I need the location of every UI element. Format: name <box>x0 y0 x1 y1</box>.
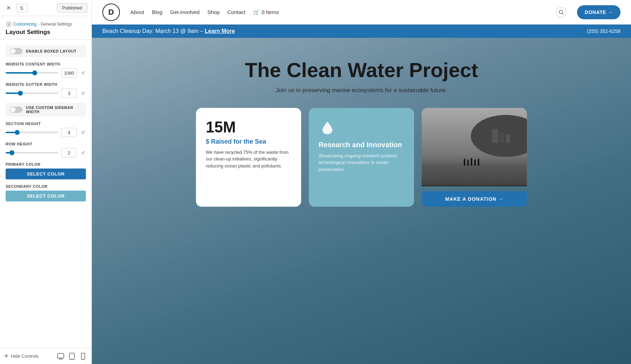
secondary-color-button[interactable]: Select Color <box>6 191 86 201</box>
custom-sidebar-label: Use Custom Sidebar Width <box>26 105 82 114</box>
svg-point-5 <box>72 358 72 359</box>
custom-sidebar-row: Use Custom Sidebar Width <box>6 103 86 117</box>
hero-title: The Clean Water Project <box>92 59 631 81</box>
section-height-section: Section Height 4 ↺ <box>6 122 86 137</box>
nav-links: About Blog Get-involved Shop Contact 🛒 0… <box>130 9 545 15</box>
content-width-row: 1080 ↺ <box>6 68 86 77</box>
nav-get-involved[interactable]: Get-involved <box>170 9 199 15</box>
gutter-width-value: 3 <box>61 89 77 98</box>
back-button[interactable]: ‹ <box>6 21 12 27</box>
announcement-phone: (255) 352-6258 <box>587 28 620 34</box>
gutter-width-label: Website Gutter Width <box>6 82 86 87</box>
svg-rect-19 <box>474 159 476 166</box>
search-button[interactable] <box>556 7 566 18</box>
breadcrumb: ‹ Customizing › General Settings <box>6 21 86 27</box>
svg-point-8 <box>559 10 563 14</box>
enable-boxed-row: Enable Boxed Layout <box>6 45 86 57</box>
enable-boxed-label: Enable Boxed Layout <box>26 49 76 53</box>
content-width-fill <box>6 72 35 74</box>
customizer-panel: ✕ ⇅ Published ‹ Customizing › General Se… <box>0 0 92 364</box>
cards-row: 15M $ Raised for the Sea We have recycle… <box>92 108 631 207</box>
announcement-bar: Beach Cleanup Day: March 13 @ 9am – Lear… <box>92 25 631 38</box>
svg-rect-15 <box>422 164 527 185</box>
card-image: MAKE A DONATION → <box>422 108 527 207</box>
section-title: Layout Settings <box>6 29 86 36</box>
svg-rect-14 <box>506 134 510 143</box>
section-height-reset[interactable]: ↺ <box>80 129 86 136</box>
card-stat-desc: We have recycled 75% of the waste from o… <box>206 149 291 170</box>
breadcrumb-section: General Settings <box>41 22 72 27</box>
hide-controls-label: Hide Controls <box>11 353 39 359</box>
gutter-width-reset[interactable]: ↺ <box>80 90 86 96</box>
enable-boxed-toggle[interactable] <box>10 48 22 54</box>
hero-section: The Clean Water Project Join us in prese… <box>92 38 631 364</box>
card-research: Research and Innovation Showcasing ongoi… <box>309 108 414 207</box>
make-donation-button[interactable]: MAKE A DONATION → <box>422 191 527 207</box>
gutter-width-thumb[interactable] <box>18 91 23 96</box>
cart-items-count: 0 Items <box>262 9 279 15</box>
svg-rect-20 <box>478 159 479 166</box>
row-height-reset[interactable]: ↺ <box>80 150 86 156</box>
row-height-value: 2 <box>61 148 77 157</box>
row-height-row: 2 ↺ <box>6 148 86 157</box>
content-width-track[interactable] <box>6 72 59 74</box>
nav-contact[interactable]: Contact <box>228 9 246 15</box>
view-icons <box>56 352 87 360</box>
svg-rect-0 <box>57 353 64 358</box>
svg-rect-16 <box>464 159 465 166</box>
tablet-view-icon[interactable] <box>68 352 76 360</box>
nav-cart[interactable]: 🛒 0 Items <box>253 9 279 15</box>
card-research-desc: Showcasing ongoing research projects, te… <box>319 152 404 173</box>
content-width-label: Website Content Width <box>6 62 86 66</box>
svg-rect-12 <box>492 129 498 143</box>
gutter-width-section: Website Gutter Width 3 ↺ <box>6 82 86 98</box>
section-height-row: 4 ↺ <box>6 128 86 137</box>
svg-rect-18 <box>471 158 472 166</box>
primary-color-button[interactable]: Select Color <box>6 169 86 179</box>
donate-button[interactable]: DONATE → <box>577 5 620 19</box>
breadcrumb-sep: › <box>38 22 39 27</box>
primary-color-section: Primary Color Select Color <box>6 162 86 179</box>
water-drop-icon <box>319 118 336 136</box>
content-width-reset[interactable]: ↺ <box>80 70 86 76</box>
content-width-section: Website Content Width 1080 ↺ <box>6 62 86 77</box>
bottom-bar: 👁 Hide Controls <box>0 348 91 364</box>
hero-content: The Clean Water Project Join us in prese… <box>92 38 631 108</box>
card-photo <box>422 108 527 186</box>
settings-content: Enable Boxed Layout Website Content Widt… <box>0 40 91 348</box>
hide-controls-btn[interactable]: 👁 Hide Controls <box>4 353 39 359</box>
section-height-thumb[interactable] <box>15 130 20 135</box>
breadcrumb-area: ‹ Customizing › General Settings Layout … <box>0 16 91 40</box>
section-height-value: 4 <box>61 128 77 137</box>
primary-color-label: Primary Color <box>6 162 86 166</box>
content-width-value: 1080 <box>61 68 77 77</box>
card-research-heading: Research and Innovation <box>319 141 404 149</box>
announcement-link[interactable]: Learn More <box>205 28 235 34</box>
hero-subtitle: Join us in preserving marine ecosystems … <box>92 87 631 94</box>
close-button[interactable]: ✕ <box>4 4 13 12</box>
breadcrumb-customizing[interactable]: Customizing <box>13 22 36 27</box>
published-button[interactable]: Published <box>57 3 87 13</box>
svg-rect-13 <box>500 132 504 143</box>
cart-icon: 🛒 <box>253 9 260 15</box>
svg-rect-17 <box>467 160 469 166</box>
eye-icon: 👁 <box>4 353 9 359</box>
row-height-track[interactable] <box>6 152 59 153</box>
nav-blog[interactable]: Blog <box>152 9 162 15</box>
nav-shop[interactable]: Shop <box>207 9 219 15</box>
arrows-button[interactable]: ⇅ <box>16 4 27 12</box>
row-height-thumb[interactable] <box>9 150 14 155</box>
svg-line-9 <box>562 13 563 14</box>
desktop-view-icon[interactable] <box>56 352 65 360</box>
announcement-message: Beach Cleanup Day: March 13 @ 9am – <box>102 28 203 34</box>
nav-about[interactable]: About <box>130 9 144 15</box>
section-height-track[interactable] <box>6 132 59 133</box>
content-width-thumb[interactable] <box>32 70 37 75</box>
announcement-text: Beach Cleanup Day: March 13 @ 9am – Lear… <box>102 28 235 34</box>
custom-sidebar-toggle[interactable] <box>10 107 22 113</box>
site-logo: D <box>102 4 120 21</box>
secondary-color-label: Secondary Color <box>6 184 86 188</box>
gutter-width-track[interactable] <box>6 92 59 94</box>
preview-navbar: D About Blog Get-involved Shop Contact 🛒… <box>92 0 631 25</box>
mobile-view-icon[interactable] <box>79 352 87 360</box>
